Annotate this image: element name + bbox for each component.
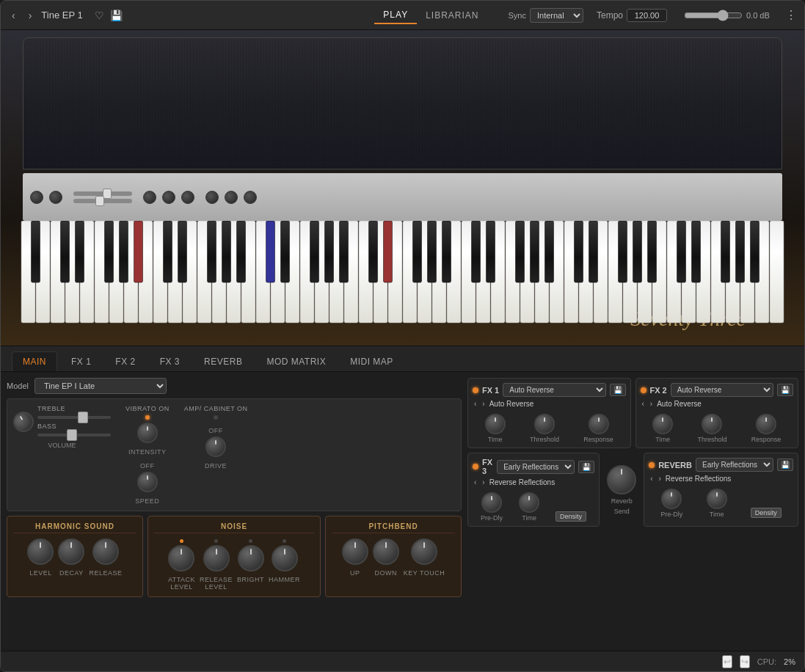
intensity-knob[interactable] (137, 423, 158, 443)
reverb-next-btn[interactable]: › (658, 475, 663, 483)
fx2-save-btn[interactable]: 💾 (777, 384, 793, 396)
pitchbend-down-label: DOWN (375, 569, 398, 577)
noise-bright-knob[interactable] (238, 545, 264, 571)
pitchbend-down-knob[interactable] (373, 538, 399, 565)
reverb-density-button[interactable]: Density (751, 508, 782, 518)
sync-select[interactable]: Internal External (530, 8, 583, 23)
speed-knob[interactable] (137, 472, 158, 492)
prev-button[interactable]: ‹ (8, 8, 19, 23)
reverb-prev-btn[interactable]: ‹ (649, 475, 654, 483)
fx2-time-knob[interactable] (652, 414, 673, 434)
tab-mod-matrix[interactable]: MOD MATRIX (256, 352, 336, 371)
fx3-density-button[interactable]: Density (556, 511, 586, 522)
pitchbend-down-group: DOWN (373, 538, 399, 577)
tab-reverb[interactable]: REVERB (194, 352, 252, 371)
cp-knob-4[interactable] (162, 191, 175, 204)
tab-midi-map[interactable]: MIDI MAP (340, 352, 404, 371)
svg-rect-86 (736, 221, 745, 282)
noise-release-knob[interactable] (203, 545, 230, 571)
harmonic-level-label: LEVEL (29, 569, 52, 577)
fx2-response-knob[interactable] (756, 414, 776, 434)
next-button[interactable]: › (25, 8, 36, 23)
reverb-save-btn[interactable]: 💾 (777, 459, 793, 471)
fx-top-row: FX 1 Auto Reverse 💾 ‹ › Auto Reverse (467, 378, 798, 448)
fx1-next-btn[interactable]: › (481, 400, 486, 408)
noise-hammer-group: HAMMER (269, 538, 300, 591)
fx1-led[interactable] (473, 387, 478, 393)
reverb-dropdown[interactable]: Early Reflections (696, 458, 773, 472)
fx2-dropdown[interactable]: Auto Reverse (671, 383, 773, 397)
redo-button[interactable]: ↪ (740, 655, 750, 668)
fx2-threshold-knob[interactable] (702, 414, 722, 434)
fx3-prev-btn[interactable]: ‹ (473, 478, 478, 486)
fx1-threshold-knob[interactable] (534, 414, 555, 434)
svg-rect-56 (120, 221, 128, 282)
fx3-next-btn[interactable]: › (481, 478, 486, 486)
tempo-input[interactable] (627, 9, 667, 22)
svg-rect-78 (575, 221, 583, 282)
noise-dot-1 (180, 539, 183, 543)
pitchbend-up-knob[interactable] (342, 538, 368, 565)
fx2-led[interactable] (641, 387, 646, 393)
save-button[interactable]: 💾 (110, 10, 123, 21)
cp-knob-group-2 (143, 191, 194, 204)
tab-main[interactable]: MAIN (12, 351, 57, 371)
fx2-next-btn[interactable]: › (649, 400, 654, 408)
fx1-time-label: Time (488, 436, 503, 443)
pitchbend-up-group: UP (342, 538, 368, 577)
reverb-predly-knob[interactable] (661, 489, 682, 509)
cp-knob-1[interactable] (30, 191, 43, 204)
svg-rect-63 (266, 221, 275, 282)
cp-knob-6[interactable] (205, 191, 219, 204)
tab-fx3[interactable]: FX 3 (150, 352, 190, 371)
menu-button[interactable]: ⋮ (785, 8, 797, 22)
fx1-dropdown[interactable]: Auto Reverse (503, 383, 605, 397)
reverb-send-knob[interactable] (607, 465, 636, 494)
harmonic-decay-knob[interactable] (58, 538, 84, 565)
noise-attack-knob[interactable] (168, 545, 194, 571)
cp-slider-2[interactable] (73, 199, 132, 203)
cp-knob-2[interactable] (49, 191, 62, 204)
cp-knob-5[interactable] (181, 191, 194, 204)
favorite-button[interactable]: ♡ (95, 10, 104, 21)
fx2-response-group: Response (751, 414, 782, 443)
fx3-time-knob[interactable] (519, 492, 539, 513)
play-tab[interactable]: PLAY (374, 7, 417, 24)
harmonic-release-knob[interactable] (92, 538, 119, 565)
cp-knob-7[interactable] (225, 191, 238, 204)
fx1-prev-btn[interactable]: ‹ (473, 400, 478, 408)
fx1-time-knob[interactable] (485, 414, 506, 434)
fx1-save-btn[interactable]: 💾 (610, 384, 626, 396)
svg-rect-65 (310, 221, 319, 282)
cp-slider-1[interactable] (73, 191, 132, 196)
fx3-led[interactable] (473, 464, 478, 470)
cp-knob-3[interactable] (143, 191, 156, 204)
model-select[interactable]: Tine EP I Late (34, 378, 167, 394)
harmonic-level-knob[interactable] (27, 538, 54, 565)
fx2-threshold-label: Threshold (697, 436, 726, 443)
librarian-tab[interactable]: LIBRARIAN (417, 7, 487, 24)
fx2-prev-btn[interactable]: ‹ (641, 400, 646, 408)
bass-slider[interactable] (37, 434, 111, 437)
fx3-save-btn[interactable]: 💾 (578, 461, 594, 473)
cp-knob-8[interactable] (244, 191, 257, 204)
pitchbend-keytouch-knob[interactable] (411, 538, 437, 565)
volume-knob[interactable] (10, 407, 37, 435)
tab-fx1[interactable]: FX 1 (61, 352, 101, 371)
vibrato-led[interactable] (145, 415, 150, 420)
treble-slider[interactable] (37, 416, 111, 419)
fx1-response-knob[interactable] (589, 414, 609, 434)
noise-hammer-knob[interactable] (272, 545, 298, 571)
main-content: Model Tine EP I Late TREBLE (1, 372, 804, 651)
piano-lid-texture (23, 38, 782, 169)
tab-fx2[interactable]: FX 2 (105, 352, 145, 371)
piano-area: Seventy Three (1, 30, 804, 346)
drive-knob[interactable] (205, 437, 226, 457)
volume-slider[interactable] (684, 10, 743, 21)
undo-button[interactable]: ↩ (722, 655, 732, 668)
reverb-time-knob[interactable] (707, 489, 727, 509)
fx3-predly-knob[interactable] (481, 492, 502, 513)
amp-led[interactable] (214, 415, 218, 420)
reverb-led[interactable] (649, 462, 655, 468)
fx3-dropdown[interactable]: Early Reflections (497, 460, 575, 474)
